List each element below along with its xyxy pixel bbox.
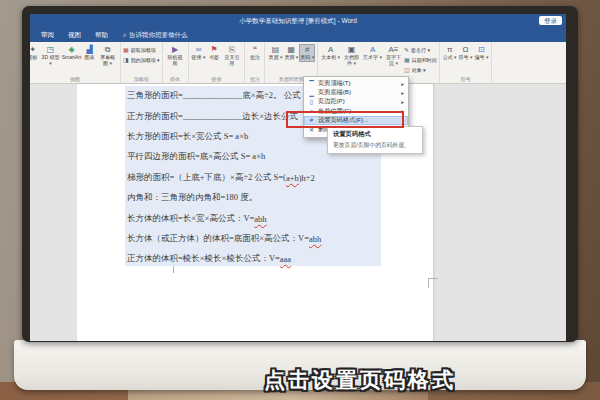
button-label: 文档部件 ▾ <box>342 55 361 66</box>
button-label: 公式 ▾ <box>443 55 457 61</box>
document-line[interactable]: 梯形的面积=（上底+下底）×高÷2 公式 S=(a+b)h÷2 <box>127 168 427 188</box>
store-button[interactable]: ▦获取加载项 <box>123 45 160 54</box>
numbering-button[interactable]: ⊡编号 ▾ <box>474 44 490 62</box>
object-button[interactable]: ◫对象 ▾ <box>404 65 437 74</box>
wordart-button[interactable]: A艺术字 ▾ <box>362 44 383 62</box>
chevron-down-icon: ▾ <box>296 54 299 60</box>
button-label: 联机视频 <box>166 55 185 66</box>
text-segment: 长方形的面积=长×宽公式 S= a×b <box>127 131 248 143</box>
smartart-button[interactable]: ◈SmartArt <box>61 44 82 62</box>
button-label: 符号 ▾ <box>459 55 473 61</box>
page-number-top-icon: ▔ <box>308 80 315 87</box>
drop-cap-icon: A≡ <box>389 45 399 54</box>
online-video-button[interactable]: ▶联机视频 <box>165 44 186 67</box>
text-box-button[interactable]: A文本框 ▾ <box>320 44 341 62</box>
page-number-button[interactable]: #页码 ▾ <box>299 44 315 62</box>
cross-reference-button[interactable]: ⎘交叉引用 <box>221 44 242 67</box>
page-margins-icon: ▯ <box>308 98 315 105</box>
ribbon-group-label: 批注 <box>245 76 264 82</box>
chevron-down-icon: ▾ <box>395 60 398 66</box>
text-segment: 梯形的面积=（上底+下底）×高÷2 公式 S=( <box>127 172 286 184</box>
spellcheck-underline: abh <box>254 214 266 224</box>
smartart-icon: ◈ <box>68 45 74 54</box>
chevron-down-icon: ▾ <box>280 54 283 60</box>
date-time-button[interactable]: ▦日期和时间 <box>404 55 437 64</box>
chevron-down-icon: ▾ <box>354 60 357 66</box>
margin-corner-mark-right <box>428 278 438 288</box>
equation-button[interactable]: π公式 ▾ <box>442 44 458 62</box>
document-line[interactable]: 长方体（或正方体）的体积=底面积×高公式：V=abh <box>127 229 427 249</box>
drop-cap-button[interactable]: A≡首字下沉 ▾ <box>383 44 404 67</box>
menu-item-页面底端[interactable]: ▁页面底端(B)▸ <box>304 88 408 97</box>
tab-帮助[interactable]: 帮助 <box>88 28 115 42</box>
button-label: 页脚 ▾ <box>284 55 298 61</box>
store-icon: ▦ <box>123 46 129 53</box>
signature-line-button[interactable]: ✎签名行 ▾ <box>404 45 437 54</box>
tab-审阅[interactable]: 审阅 <box>34 28 61 42</box>
search-hint-label: 告诉我你想要做什么 <box>129 31 188 40</box>
numbering-icon: ⊡ <box>478 45 485 54</box>
login-button[interactable]: 登录 <box>539 16 562 25</box>
button-label: 3D 模型 ▾ <box>41 55 60 66</box>
chevron-down-icon: ▾ <box>312 54 315 60</box>
word-window: 小学数学基础知识整理 [兼容模式] - Word 登录 审阅视图帮助⌕告诉我你想… <box>30 14 566 341</box>
header-button[interactable]: ▤页眉 ▾ <box>267 44 283 62</box>
button-label: 批注 <box>250 55 260 61</box>
tooltip-body: 更改页眉/页脚中的页码外观。 <box>333 141 417 150</box>
chevron-down-icon: ▾ <box>454 54 457 60</box>
footer-button[interactable]: ▦页脚 ▾ <box>283 44 299 62</box>
signature-line-icon: ✎ <box>404 46 409 53</box>
screenshot-button[interactable]: ⧉屏幕截图 ▾ <box>97 44 118 67</box>
date-time-icon: ▦ <box>404 56 410 63</box>
bookmark-button[interactable]: ⚑书签 <box>206 44 221 62</box>
icons-button[interactable]: ✦图标 <box>30 44 40 62</box>
quick-parts-button[interactable]: ▣文档部件 ▾ <box>341 44 362 67</box>
spellcheck-underline: aaa <box>280 254 291 264</box>
button-label: 首字下沉 ▾ <box>384 55 403 66</box>
button-label: 对象 ▾ <box>412 67 426 73</box>
button-label: SmartArt <box>62 55 82 61</box>
ribbon-group-加载项: ▦获取加载项◨我的加载项 ▾加载项 <box>121 42 163 83</box>
ribbon-group-label: 插图 <box>30 76 120 82</box>
chevron-down-icon: ▾ <box>109 60 112 66</box>
ribbon-group-媒体: ▶联机视频媒体 <box>163 42 189 83</box>
ribbon-group-label: 链接 <box>189 76 245 82</box>
document-title: 小学数学基础知识整理 [兼容模式] - Word <box>239 17 357 26</box>
menu-item-页面顶端[interactable]: ▔页面顶端(T)▸ <box>304 79 408 88</box>
button-label: 图标 <box>30 55 38 61</box>
icons-icon: ✦ <box>30 45 36 54</box>
my-addins-button[interactable]: ◨我的加载项 ▾ <box>123 55 160 64</box>
spellcheck-underline: abh <box>309 234 321 244</box>
3d-model-button[interactable]: ◳3D 模型 ▾ <box>40 44 61 67</box>
equation-icon: π <box>447 45 453 54</box>
menu-item-label: 页面顶端(T) <box>318 79 351 88</box>
ribbon-group-label: 符号 <box>440 76 492 82</box>
chart-button[interactable]: ▟图表 <box>82 44 97 62</box>
ribbon-group-符号: π公式 ▾Ω符号 ▾⊡编号 ▾符号 <box>440 42 493 83</box>
tell-me-search[interactable]: ⌕告诉我你想要做什么 <box>115 31 187 40</box>
my-addins-icon: ◨ <box>123 56 129 63</box>
menu-item-label: 页面底端(B) <box>318 88 351 97</box>
button-label: 页眉 ▾ <box>268 55 282 61</box>
submenu-arrow-icon: ▸ <box>401 90 404 96</box>
comment-button[interactable]: ❝批注 <box>247 44 262 62</box>
document-line[interactable]: 内角和：三角形的内角和=180 度。 <box>127 188 427 208</box>
chart-icon: ▟ <box>86 45 92 54</box>
menu-item-页边距[interactable]: ▯页边距(P)▸ <box>304 97 408 106</box>
page-number-icon: # <box>305 45 309 54</box>
symbol-icon: Ω <box>463 45 469 54</box>
ribbon-group-label: 加载项 <box>121 76 162 82</box>
ribbon-group-label: 媒体 <box>163 76 188 82</box>
document-line[interactable]: 正方体的体积=棱长×棱长×棱长公式：V=aaa <box>127 249 427 269</box>
ribbon-tabs: 审阅视图帮助⌕告诉我你想要做什么 <box>30 28 566 42</box>
document-line[interactable]: 长方体的体积=长×宽×高公式：V=abh <box>127 208 427 228</box>
button-label: 页码 ▾ <box>300 55 314 61</box>
header-icon: ▤ <box>272 45 280 54</box>
text-segment: 三角形的面积=______________底×高÷2。 公式 <box>127 90 301 102</box>
symbol-button[interactable]: Ω符号 ▾ <box>458 44 474 62</box>
tab-视图[interactable]: 视图 <box>61 28 88 42</box>
button-label: 获取加载项 <box>131 47 156 53</box>
button-label: 日期和时间 <box>412 57 437 63</box>
spellcheck-underline: a+b <box>286 173 299 183</box>
link-button[interactable]: ∞链接 ▾ <box>191 44 207 62</box>
